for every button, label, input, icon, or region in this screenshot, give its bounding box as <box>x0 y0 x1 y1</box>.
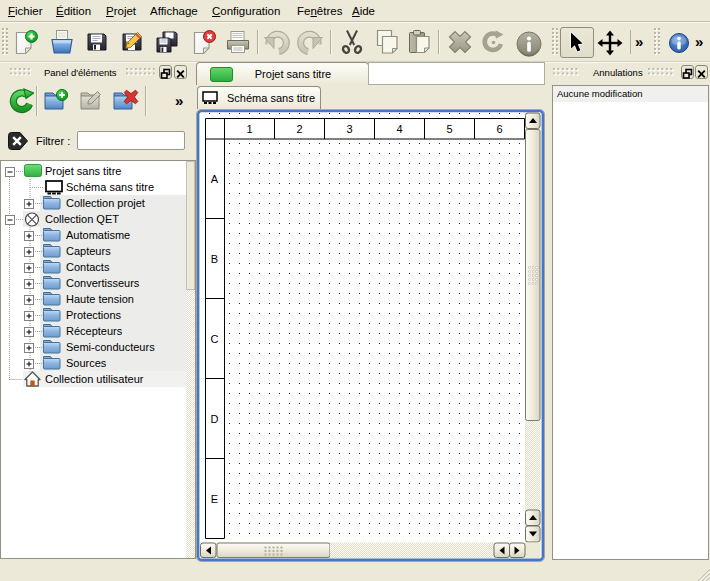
svg-text:4: 4 <box>396 123 402 135</box>
svg-text:2: 2 <box>296 123 302 135</box>
svg-text:1: 1 <box>246 123 252 135</box>
svg-text:5: 5 <box>446 123 452 135</box>
svg-text:B: B <box>211 253 218 265</box>
svg-text:C: C <box>211 333 219 345</box>
svg-text:3: 3 <box>346 123 352 135</box>
svg-text:A: A <box>211 173 219 185</box>
svg-text:E: E <box>211 493 218 505</box>
svg-text:D: D <box>211 413 219 425</box>
svg-text:6: 6 <box>496 123 502 135</box>
